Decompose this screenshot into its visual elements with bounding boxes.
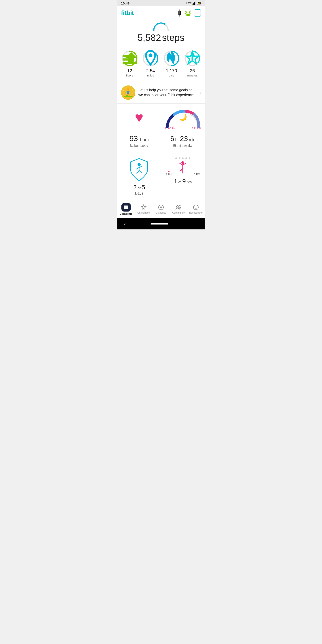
svg-rect-18	[122, 62, 137, 64]
metric-cals[interactable]: 1,170 cals	[163, 50, 180, 77]
svg-point-77	[194, 205, 198, 210]
signal-icon	[192, 1, 196, 5]
metric-minutes[interactable]: 26 minutes	[184, 50, 201, 77]
dot-1	[175, 158, 177, 159]
active-unit: Days	[133, 192, 145, 196]
svg-rect-3	[195, 2, 196, 5]
sleep-hours: 6	[170, 134, 174, 143]
svg-point-80	[197, 206, 198, 207]
community-label: Community	[172, 211, 185, 214]
svg-point-24	[149, 54, 152, 57]
svg-text:⚡: ⚡	[198, 2, 200, 4]
nav-community[interactable]: Community	[170, 203, 187, 215]
community-icon	[175, 204, 182, 210]
heart-rate-cell[interactable]: ♥ 93 bpm fat burn zone	[118, 104, 161, 152]
svg-rect-10	[179, 10, 180, 11]
notifications-label: Notifications	[189, 211, 202, 214]
floors-unit: floors	[126, 74, 133, 77]
goals-banner[interactable]: Let us help you set some goals so we can…	[118, 82, 204, 104]
sleep-cell[interactable]: 🌙 11:00 PM 6:21 AM 6 hr 23 min 58 min aw…	[161, 104, 204, 152]
hr-zone: fat burn zone	[130, 144, 149, 147]
svg-line-45	[136, 168, 139, 169]
svg-rect-2	[194, 2, 195, 5]
miles-ring	[142, 50, 159, 67]
svg-rect-57	[125, 204, 126, 206]
moon-icon: 🌙	[179, 113, 187, 121]
sleep-display: 6 hr 23 min 58 min awake	[170, 134, 195, 147]
cals-unit: cals	[169, 74, 174, 77]
mindfulness-display: 1 of 9 hrs	[174, 178, 192, 185]
mindfulness-figure	[177, 161, 188, 176]
mindfulness-of-label: of	[178, 180, 182, 184]
minutes-unit: minutes	[187, 74, 198, 77]
goals-image	[121, 86, 135, 100]
svg-rect-11	[179, 15, 180, 16]
nav-dashboard[interactable]: Dashboard	[118, 202, 135, 216]
mindfulness-end: 6 PM	[194, 173, 200, 176]
dashboard-label: Dashboard	[120, 212, 132, 215]
header-icons: ((·))	[177, 9, 201, 17]
active-total: 5	[142, 184, 145, 191]
svg-point-34	[127, 88, 129, 90]
notifications-icon	[193, 204, 199, 210]
dot-4	[185, 158, 187, 159]
goals-chevron: ›	[200, 90, 201, 95]
active-zone-cell[interactable]: 2 of 5 Days	[118, 152, 161, 200]
svg-rect-14	[186, 14, 190, 16]
guidance-svg	[158, 204, 164, 210]
svg-rect-70	[126, 208, 127, 209]
metric-miles[interactable]: 2.54 miles	[142, 50, 159, 77]
svg-line-54	[180, 168, 183, 170]
active-shield	[128, 158, 150, 182]
back-button[interactable]: ‹	[124, 222, 126, 226]
miles-icon	[142, 49, 159, 68]
svg-rect-62	[126, 206, 127, 206]
dot-2	[179, 158, 180, 159]
hr-unit: bpm	[140, 137, 149, 142]
sleep-min-label: min	[189, 138, 196, 142]
active-of: of	[138, 186, 142, 190]
steps-arc-svg	[152, 22, 170, 32]
nav-guidance[interactable]: Guidance	[152, 203, 170, 215]
svg-rect-61	[125, 206, 126, 206]
challenges-svg	[141, 204, 146, 210]
bottom-nav: Dashboard Challenges Guidance	[118, 200, 204, 218]
svg-point-76	[179, 206, 181, 208]
svg-rect-42	[128, 96, 132, 96]
sleep-start-time: 11:00 PM	[165, 127, 176, 130]
svg-point-33	[132, 89, 132, 90]
svg-rect-41	[126, 95, 128, 96]
cals-value: 1,170	[166, 68, 177, 73]
mindfulness-timeline: 9 AM	[164, 161, 201, 176]
mindfulness-start: 9 AM	[166, 170, 172, 176]
app-header: fitbit ((·))	[118, 6, 204, 20]
steps-section: 5,582 steps	[118, 20, 204, 48]
status-time: 10:43	[121, 1, 130, 5]
svg-line-47	[137, 170, 139, 174]
svg-line-46	[139, 166, 142, 168]
svg-rect-40	[124, 96, 126, 96]
menu-icon[interactable]	[194, 10, 201, 16]
mindfulness-start-time: 9 AM	[166, 173, 172, 176]
svg-rect-35	[127, 91, 129, 94]
minutes-value: 26	[190, 68, 195, 73]
dot-5	[189, 158, 190, 159]
mindfulness-end-time: 6 PM	[194, 173, 200, 176]
home-bar[interactable]	[150, 224, 168, 224]
steps-arc	[122, 22, 200, 32]
steps-label: steps	[162, 32, 184, 43]
metric-floors[interactable]: 12 floors	[121, 50, 138, 77]
mindfulness-cell[interactable]: 9 AM	[161, 152, 204, 200]
nav-notifications[interactable]: Notifications	[187, 203, 204, 215]
hr-display: 93 bpm fat burn zone	[130, 134, 149, 147]
svg-rect-63	[127, 206, 128, 206]
lte-label: LTE	[186, 2, 192, 5]
main-content: 5,582 steps 12	[118, 20, 204, 200]
cals-icon	[163, 49, 180, 68]
svg-rect-68	[124, 208, 125, 209]
dashboard-icon-bg	[122, 203, 131, 212]
steps-display: 5,582 steps	[122, 32, 200, 43]
nav-challenges[interactable]: Challenges	[135, 203, 152, 215]
menu-line-top	[196, 12, 199, 12]
svg-rect-71	[127, 208, 128, 209]
